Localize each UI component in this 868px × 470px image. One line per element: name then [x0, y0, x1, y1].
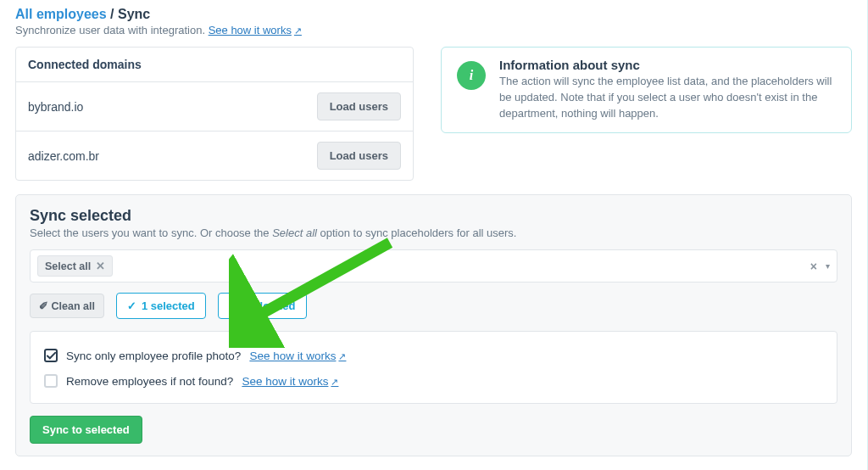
how-it-works-link[interactable]: See how it works↗ [209, 24, 302, 36]
loaded-count-pill[interactable]: 4 loaded [218, 293, 307, 319]
sync-photo-checkbox[interactable] [44, 349, 58, 362]
check-icon [47, 351, 56, 361]
load-users-button[interactable]: Load users [317, 92, 401, 120]
eraser-icon: ✐ [39, 300, 48, 312]
info-panel: i Information about sync The action will… [441, 47, 852, 133]
remove-not-found-checkbox[interactable] [44, 374, 58, 388]
domain-name: adizer.com.br [28, 149, 99, 163]
svg-point-1 [236, 303, 240, 306]
clear-field-icon[interactable]: × [810, 260, 817, 273]
how-it-works-link[interactable]: See how it works↗ [249, 350, 346, 362]
page-subtitle: Synchronize user data with integration. … [15, 24, 852, 36]
dropdown-caret-icon[interactable]: ▾ [826, 261, 830, 271]
connected-domains-card: Connected domains bybrand.io Load users … [15, 47, 414, 181]
select-all-chip[interactable]: Select all ✕ [37, 255, 113, 277]
info-body: The action will sync the employee list d… [499, 74, 836, 122]
sync-panel: Sync selected Select the users you want … [15, 194, 852, 456]
svg-point-0 [231, 302, 235, 306]
breadcrumb-current: Sync [118, 7, 150, 21]
load-users-button[interactable]: Load users [317, 142, 401, 170]
external-link-icon: ↗ [338, 351, 346, 361]
how-it-works-link[interactable]: See how it works↗ [242, 375, 338, 388]
sync-to-selected-button[interactable]: Sync to selected [30, 416, 142, 444]
user-select-field[interactable]: Select all ✕ × ▾ [30, 249, 837, 283]
selected-count-pill[interactable]: ✓ 1 selected [116, 293, 206, 319]
sync-title: Sync selected [30, 207, 837, 225]
external-link-icon: ↗ [331, 377, 338, 387]
info-icon: i [457, 61, 486, 90]
sync-photo-label: Sync only employee profile photo? [66, 350, 241, 362]
sync-options: Sync only employee profile photo? See ho… [30, 331, 837, 404]
sync-description: Select the users you want to sync. Or ch… [30, 227, 837, 239]
domain-row: adizer.com.br Load users [16, 131, 413, 180]
check-icon: ✓ [127, 299, 136, 312]
domain-name: bybrand.io [28, 100, 83, 114]
info-title: Information about sync [499, 58, 836, 72]
breadcrumb-root[interactable]: All employees [15, 7, 107, 21]
domain-row: bybrand.io Load users [16, 82, 413, 131]
users-icon [229, 301, 242, 311]
external-link-icon: ↗ [294, 25, 302, 36]
breadcrumb: All employees / Sync [15, 7, 852, 22]
remove-not-found-label: Remove employees if not found? [66, 375, 233, 388]
chip-remove-icon[interactable]: ✕ [96, 260, 105, 272]
clean-all-button[interactable]: ✐ Clean all [30, 294, 104, 318]
connected-domains-header: Connected domains [16, 48, 413, 82]
